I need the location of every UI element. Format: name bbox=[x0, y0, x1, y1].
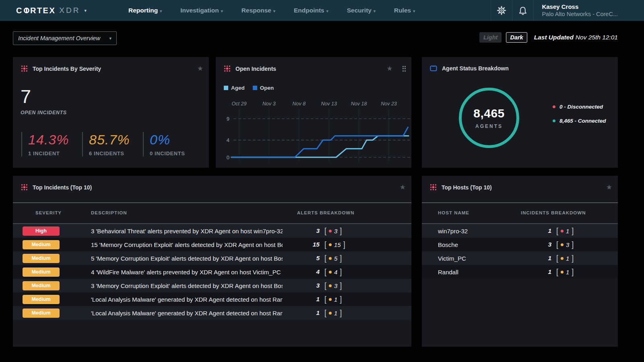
bracket: ] bbox=[340, 294, 342, 304]
incident-description[interactable]: 4 'WildFire Malware' alerts prevented by… bbox=[91, 269, 283, 276]
settings-button[interactable] bbox=[491, 0, 512, 21]
dashboard-selector[interactable]: Incident Management Overview ▾ bbox=[13, 31, 117, 45]
svg-text:Oct 29: Oct 29 bbox=[232, 101, 247, 107]
stat-percentage: 85.7% bbox=[89, 132, 143, 148]
notifications-button[interactable] bbox=[512, 0, 533, 21]
bracket: ] bbox=[572, 267, 574, 276]
table-row[interactable]: Medium 5 'Memory Corruption Exploit' ale… bbox=[13, 251, 411, 265]
nav-item-rules[interactable]: Rules▾ bbox=[394, 7, 415, 14]
logo-xdr: XDR bbox=[59, 6, 80, 15]
severity-badge: Medium bbox=[23, 254, 60, 263]
alerts-breakdown: [3] bbox=[324, 227, 342, 235]
chevron-down-icon: ▾ bbox=[160, 9, 162, 13]
table-row[interactable]: Medium 'Local Analysis Malware' generate… bbox=[13, 306, 411, 320]
severity-dot bbox=[329, 257, 332, 260]
hosts-rows: win7pro-32 1 [1] Bosche 3 [3] Victim_PC … bbox=[422, 224, 618, 279]
nav-item-response[interactable]: Response▾ bbox=[242, 7, 275, 14]
bracket: [ bbox=[324, 281, 326, 290]
favorite-star-icon[interactable]: ★ bbox=[197, 65, 203, 72]
alerts-count: 3 bbox=[334, 228, 337, 234]
bracket: ] bbox=[340, 308, 342, 317]
bracket: [ bbox=[324, 253, 326, 263]
widget-dots-icon bbox=[430, 184, 437, 191]
chevron-down-icon: ▾ bbox=[273, 9, 275, 13]
toolbar-right: Light Dark Last UpdatedNov 25th 12:01 bbox=[479, 32, 618, 43]
table-row[interactable]: Medium 'Local Analysis Malware' generate… bbox=[13, 292, 411, 306]
widget-dots-icon bbox=[21, 184, 28, 191]
legend-swatch bbox=[224, 86, 228, 90]
svg-text:4: 4 bbox=[227, 137, 229, 143]
table-row[interactable]: Bosche 3 [3] bbox=[422, 238, 618, 251]
alerts-count: 3 bbox=[334, 282, 337, 289]
alerts-breakdown: [1] bbox=[324, 309, 342, 317]
nav-item-security[interactable]: Security▾ bbox=[347, 7, 376, 14]
legend-dot bbox=[553, 105, 555, 108]
host-name[interactable]: Victim_PC bbox=[438, 255, 466, 262]
incident-description[interactable]: 'Local Analysis Malware' generated by XD… bbox=[91, 296, 283, 303]
severity-dot bbox=[329, 271, 332, 274]
severity-dot bbox=[329, 312, 332, 315]
incident-description[interactable]: 15 'Memory Corruption Exploit' alerts de… bbox=[91, 241, 283, 248]
nav-item-reporting[interactable]: Reporting▾ bbox=[128, 7, 162, 14]
brand-chevron-down-icon[interactable]: ▾ bbox=[84, 8, 87, 13]
dashboard-page: CRTEX XDR ▾ Reporting▾ Investigation▾ Re… bbox=[0, 0, 644, 362]
open-incidents-chart: Oct 29Nov 3Nov 8Nov 13Nov 18Nov 23049 bbox=[221, 97, 411, 162]
logo-cortex: CRTEX bbox=[16, 6, 56, 15]
nav-item-endpoints[interactable]: Endpoints▾ bbox=[294, 7, 328, 14]
bracket: ] bbox=[572, 226, 574, 235]
favorite-star-icon[interactable]: ★ bbox=[386, 65, 392, 72]
theme-light-button[interactable]: Light bbox=[479, 32, 502, 43]
incident-description[interactable]: 3 'Behavioral Threat' alerts prevented b… bbox=[91, 228, 283, 234]
alerts-count: 15 bbox=[334, 241, 341, 248]
table-row[interactable]: win7pro-32 1 [1] bbox=[422, 224, 618, 238]
table-row[interactable]: Medium 15 'Memory Corruption Exploit' al… bbox=[13, 238, 411, 251]
legend-dot bbox=[553, 119, 555, 122]
table-row[interactable]: Medium 3 'Memory Corruption Exploit' ale… bbox=[13, 279, 411, 292]
incident-description[interactable]: 5 'Memory Corruption Exploit' alerts det… bbox=[91, 255, 283, 262]
alerts-count: 5 bbox=[334, 255, 337, 262]
alerts-breakdown: [3] bbox=[324, 282, 342, 290]
legend-item-open[interactable]: Open bbox=[253, 85, 274, 91]
chevron-down-icon: ▾ bbox=[413, 9, 415, 13]
incidents-total: 1 bbox=[527, 268, 551, 276]
legend-item-connected[interactable]: 8,465 - Connected bbox=[553, 118, 606, 124]
incident-description[interactable]: 'Local Analysis Malware' generated by XD… bbox=[91, 310, 283, 317]
incidents-breakdown: [1] bbox=[556, 254, 574, 263]
severity-badge: Medium bbox=[23, 295, 60, 304]
host-name[interactable]: Bosche bbox=[438, 241, 458, 248]
table-row[interactable]: High 3 'Behavioral Threat' alerts preven… bbox=[13, 224, 411, 238]
legend-item-aged[interactable]: Aged bbox=[224, 85, 245, 91]
favorite-star-icon[interactable]: ★ bbox=[606, 184, 612, 191]
incidents-total: 1 bbox=[527, 227, 551, 234]
legend-label: 8,465 - Connected bbox=[559, 118, 606, 124]
alerts-total: 15 bbox=[295, 241, 320, 248]
alerts-breakdown: [15] bbox=[324, 241, 345, 249]
table-row[interactable]: Randall 1 [1] bbox=[422, 265, 618, 279]
endpoint-window-icon bbox=[430, 65, 437, 72]
severity-badge: High bbox=[23, 226, 60, 236]
favorite-star-icon[interactable]: ★ bbox=[400, 184, 406, 191]
severity-badge: Medium bbox=[23, 240, 60, 249]
legend-item-disconnected[interactable]: 0 - Disconnected bbox=[553, 104, 606, 110]
host-name[interactable]: Randall bbox=[438, 269, 458, 276]
severity-dot bbox=[561, 230, 564, 232]
table-row[interactable]: Victim_PC 1 [1] bbox=[422, 251, 618, 265]
severity-dot bbox=[329, 230, 332, 232]
severity-badge: Medium bbox=[23, 309, 60, 318]
card-title: Top Incidents By Severity bbox=[33, 66, 101, 72]
last-updated-value: Nov 25th 12:01 bbox=[576, 34, 618, 41]
theme-dark-button[interactable]: Dark bbox=[506, 32, 527, 43]
incidents-total: 3 bbox=[527, 241, 551, 248]
stat-percentage: 14.3% bbox=[28, 132, 82, 148]
table-row[interactable]: Medium 4 'WildFire Malware' alerts preve… bbox=[13, 265, 411, 279]
divider bbox=[13, 202, 411, 203]
widget-dots-icon bbox=[21, 65, 28, 72]
host-name[interactable]: win7pro-32 bbox=[438, 228, 468, 234]
incidents-count: 1 bbox=[566, 269, 569, 276]
user-menu[interactable]: Kasey Cross Palo Alto Networks - CoreC..… bbox=[542, 3, 618, 18]
card-menu-icon[interactable] bbox=[402, 66, 406, 72]
severity-dot bbox=[561, 243, 564, 246]
incident-description[interactable]: 3 'Memory Corruption Exploit' alerts det… bbox=[91, 282, 283, 289]
nav-item-investigation[interactable]: Investigation▾ bbox=[180, 7, 223, 14]
stat-percentage: 0% bbox=[150, 132, 204, 148]
